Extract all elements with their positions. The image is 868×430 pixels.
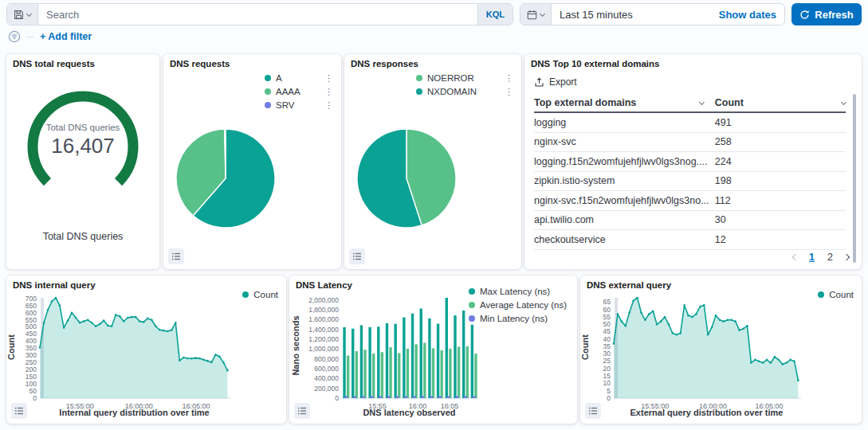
latency-legend: Max Latency (ns)Average Latency (ns)Min … — [469, 287, 571, 323]
svg-text:30: 30 — [603, 350, 611, 358]
panel-dns-internal-query: DNS internal query Count 050100150200250… — [6, 276, 286, 424]
gauge-label: Total DNS queries — [6, 123, 159, 132]
legend-color-dot — [469, 288, 475, 295]
legend-item[interactable]: Min Latency (ns) — [469, 314, 571, 323]
internal-legend: Count — [242, 290, 278, 299]
legend-actions-icon[interactable]: ⋮ — [324, 101, 333, 110]
legend-item[interactable]: Max Latency (ns) — [469, 287, 571, 296]
panel-title: DNS total requests — [13, 59, 95, 68]
responses-legend: NOERROR⋮NXDOMAIN⋮ — [416, 73, 513, 96]
domain-cell: checkoutservice — [534, 234, 715, 245]
legend-toggle-button[interactable] — [294, 403, 310, 419]
legend-item-label[interactable]: NXDOMAIN — [427, 87, 477, 96]
sort-chevron-icon — [841, 99, 846, 104]
count-cell: 30 — [715, 214, 846, 225]
add-filter-button[interactable]: + Add filter — [40, 31, 92, 42]
svg-text:800,000: 800,000 — [314, 355, 339, 363]
legend-color-dot — [416, 75, 422, 81]
panel-title: DNS responses — [351, 59, 418, 68]
legend-item[interactable]: Count — [818, 290, 854, 299]
query-language-button[interactable]: KQL — [477, 4, 513, 25]
search-input[interactable] — [38, 4, 477, 25]
svg-text:20: 20 — [603, 365, 611, 373]
panel-title: DNS Latency — [296, 280, 352, 290]
legend-item[interactable]: A⋮ — [265, 73, 333, 83]
svg-text:0: 0 — [33, 394, 37, 402]
legend-item-label[interactable]: Average Latency (ns) — [480, 300, 567, 310]
refresh-button[interactable]: Refresh — [791, 3, 862, 25]
svg-text:0: 0 — [607, 394, 611, 402]
legend-item-label[interactable]: SRV — [276, 100, 294, 110]
legend-toggle-button[interactable] — [11, 403, 27, 419]
svg-text:1,600,000: 1,600,000 — [308, 315, 339, 323]
x-axis-title: External query distribution over time — [580, 408, 862, 417]
legend-item[interactable]: AAAA⋮ — [265, 87, 333, 96]
legend-actions-icon[interactable]: ⋮ — [324, 74, 333, 83]
filter-bar: + Add filter — [8, 29, 92, 44]
svg-text:65: 65 — [603, 298, 611, 306]
svg-text:1,400,000: 1,400,000 — [308, 326, 339, 334]
count-cell: 258 — [715, 136, 846, 147]
panel-dns-total-requests: DNS total requests Total DNS queries 16,… — [6, 54, 159, 269]
panel-dns-external-query: DNS external query Count 051015202530354… — [580, 276, 862, 424]
legend-item-label[interactable]: Min Latency (ns) — [480, 314, 548, 323]
chevron-down-icon — [26, 10, 32, 16]
page-number-button[interactable]: 2 — [826, 252, 835, 263]
legend-item[interactable]: NOERROR⋮ — [416, 73, 513, 83]
saved-query-menu-button[interactable] — [7, 4, 38, 25]
export-icon — [534, 77, 544, 88]
panel-title: DNS internal query — [13, 280, 96, 290]
column-header-domains[interactable]: Top external domains — [534, 97, 715, 108]
legend-item[interactable]: Count — [242, 290, 278, 299]
legend-item-label[interactable]: NOERROR — [427, 73, 474, 83]
legend-actions-icon[interactable]: ⋮ — [505, 88, 513, 96]
domain-cell: logging — [534, 117, 715, 128]
time-picker: Last 15 minutes Show dates — [520, 3, 785, 25]
panel-dns-latency: DNS Latency Nano seconds 0200,000400,000… — [289, 276, 577, 424]
previous-page-icon[interactable] — [792, 254, 799, 260]
column-header-count[interactable]: Count — [715, 97, 846, 108]
time-range-button[interactable]: Last 15 minutes — [552, 4, 711, 25]
svg-text:600: 600 — [26, 309, 37, 317]
legend-item-label[interactable]: Max Latency (ns) — [480, 287, 550, 296]
legend-actions-icon[interactable]: ⋮ — [324, 88, 333, 96]
legend-toggle-button[interactable] — [168, 248, 184, 264]
legend-item-label[interactable]: Count — [829, 290, 854, 299]
legend-actions-icon[interactable]: ⋮ — [505, 74, 513, 83]
svg-text:45: 45 — [603, 327, 611, 335]
table-row: zipkin.istio-system198 — [534, 172, 846, 192]
legend-item-label[interactable]: AAAA — [276, 87, 300, 96]
domain-cell: nginx-svc — [534, 136, 715, 147]
filter-menu-button[interactable] — [8, 30, 21, 43]
legend-item[interactable]: Average Latency (ns) — [469, 300, 571, 310]
legend-item-label[interactable]: Count — [253, 290, 278, 299]
list-icon — [588, 406, 598, 416]
dashboard-page: KQL Last 15 minutes Show dates Refresh +… — [0, 0, 868, 430]
next-page-icon[interactable] — [843, 254, 850, 260]
search-control: KQL — [6, 3, 513, 25]
requests-legend: A⋮AAAA⋮SRV⋮ — [265, 73, 333, 110]
show-dates-button[interactable]: Show dates — [711, 4, 784, 25]
table-scrollbar[interactable] — [853, 94, 856, 263]
legend-color-dot — [265, 75, 271, 81]
export-button[interactable]: Export — [534, 76, 577, 88]
calendar-menu-button[interactable] — [520, 4, 552, 25]
legend-toggle-button[interactable] — [585, 403, 601, 419]
legend-item[interactable]: NXDOMAIN⋮ — [416, 87, 513, 96]
legend-item[interactable]: SRV⋮ — [265, 100, 333, 110]
svg-text:550: 550 — [26, 316, 37, 324]
legend-color-dot — [818, 291, 824, 298]
x-axis-title: Internal query distribution over time — [6, 408, 286, 417]
legend-item-label[interactable]: A — [276, 73, 282, 83]
panel-dns-top-external-domains: DNS Top 10 external domains Export Top e… — [524, 54, 862, 269]
refresh-icon — [799, 10, 810, 20]
page-number-button[interactable]: 1 — [807, 252, 816, 263]
panel-title: DNS external query — [587, 280, 671, 290]
gauge-value: 16,407 — [6, 134, 159, 158]
list-icon — [352, 252, 362, 261]
svg-text:1,800,000: 1,800,000 — [308, 306, 339, 314]
legend-toggle-button[interactable] — [349, 248, 365, 264]
filter-icon — [8, 30, 21, 43]
table-row: nginx-svc.f15n2womfujehfjlwv0lgs3no...11… — [534, 191, 846, 211]
svg-text:50: 50 — [603, 320, 611, 328]
